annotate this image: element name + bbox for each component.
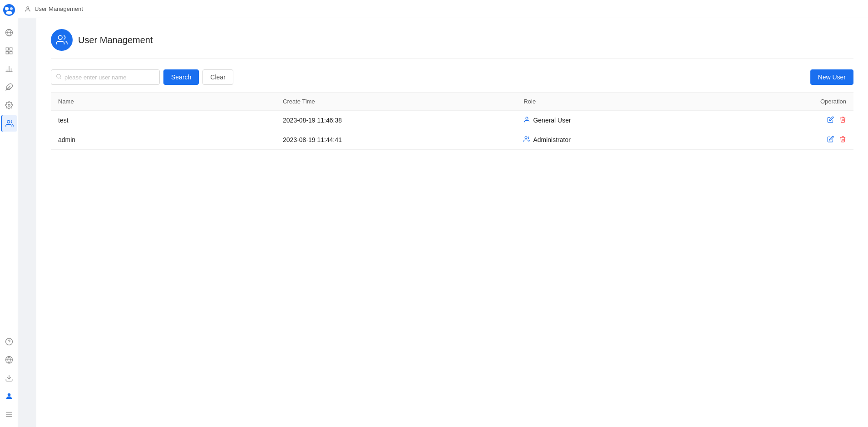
table-row: test 2023-08-19 11:46:38 General User bbox=[51, 111, 853, 130]
svg-point-3 bbox=[6, 11, 12, 15]
svg-point-30 bbox=[57, 74, 61, 79]
svg-rect-7 bbox=[6, 48, 8, 50]
svg-point-18 bbox=[7, 120, 10, 123]
cell-operation bbox=[773, 130, 853, 150]
sidebar-item-users[interactable] bbox=[1, 115, 17, 132]
edit-button[interactable] bbox=[827, 136, 834, 144]
svg-point-33 bbox=[525, 137, 528, 139]
topbar: User Management bbox=[18, 0, 868, 18]
col-header-role: Role bbox=[516, 93, 773, 111]
sidebar-item-globe[interactable] bbox=[1, 25, 17, 41]
edit-button[interactable] bbox=[827, 116, 834, 124]
search-icon bbox=[56, 74, 62, 81]
page-title: User Management bbox=[78, 35, 153, 45]
table-header-row: Name Create Time Role Operation bbox=[51, 93, 853, 111]
users-table: Name Create Time Role Operation test 202… bbox=[51, 92, 853, 150]
table: Name Create Time Role Operation test 202… bbox=[51, 92, 853, 150]
svg-point-28 bbox=[27, 6, 29, 9]
admin-icon bbox=[523, 136, 530, 142]
svg-point-32 bbox=[526, 117, 528, 119]
sidebar bbox=[0, 0, 18, 427]
col-header-create-time: Create Time bbox=[276, 93, 516, 111]
sidebar-item-chart[interactable] bbox=[1, 61, 17, 77]
delete-button[interactable] bbox=[839, 116, 846, 124]
sidebar-item-settings[interactable] bbox=[1, 97, 17, 113]
breadcrumb-text: User Management bbox=[35, 5, 83, 12]
search-button[interactable]: Search bbox=[163, 69, 199, 85]
page-header: User Management bbox=[51, 29, 853, 59]
svg-point-1 bbox=[5, 7, 9, 10]
cell-name: admin bbox=[51, 130, 276, 150]
svg-point-24 bbox=[8, 393, 10, 396]
sidebar-item-help[interactable] bbox=[1, 334, 17, 350]
users-icon bbox=[56, 34, 68, 46]
svg-point-19 bbox=[5, 339, 12, 345]
clear-button[interactable]: Clear bbox=[202, 69, 233, 85]
svg-point-17 bbox=[8, 104, 10, 107]
breadcrumb-user-icon bbox=[25, 6, 32, 12]
sidebar-item-grid[interactable] bbox=[1, 43, 17, 59]
sidebar-item-account[interactable] bbox=[1, 388, 17, 404]
svg-rect-10 bbox=[10, 52, 12, 54]
search-input[interactable] bbox=[64, 74, 155, 81]
search-input-wrapper[interactable] bbox=[51, 69, 160, 85]
sidebar-item-download[interactable] bbox=[1, 370, 17, 386]
col-header-operation: Operation bbox=[773, 93, 853, 111]
cell-role: General User bbox=[516, 111, 773, 130]
cell-operation bbox=[773, 111, 853, 130]
cell-name: test bbox=[51, 111, 276, 130]
cell-create-time: 2023-08-19 11:44:41 bbox=[276, 130, 516, 150]
breadcrumb: User Management bbox=[25, 5, 83, 12]
delete-button[interactable] bbox=[839, 136, 846, 144]
svg-point-2 bbox=[10, 7, 13, 10]
app-logo[interactable] bbox=[3, 4, 15, 16]
cell-create-time: 2023-08-19 11:46:38 bbox=[276, 111, 516, 130]
col-header-name: Name bbox=[51, 93, 276, 111]
person-icon bbox=[523, 116, 530, 123]
new-user-button[interactable]: New User bbox=[810, 69, 853, 85]
page-header-icon bbox=[51, 29, 73, 51]
main-content: User Management Search Clear New User Na… bbox=[36, 18, 868, 427]
svg-line-31 bbox=[60, 78, 61, 79]
role-icon bbox=[523, 116, 530, 124]
role-label: Administrator bbox=[533, 136, 570, 143]
sidebar-item-plugin[interactable] bbox=[1, 79, 17, 95]
role-icon bbox=[523, 136, 530, 144]
svg-rect-9 bbox=[6, 52, 8, 54]
toolbar: Search Clear New User bbox=[51, 69, 853, 85]
sidebar-item-language[interactable] bbox=[1, 352, 17, 368]
svg-rect-8 bbox=[10, 48, 12, 50]
role-label: General User bbox=[533, 117, 571, 124]
table-row: admin 2023-08-19 11:44:41 Administrator bbox=[51, 130, 853, 150]
svg-point-29 bbox=[58, 35, 62, 39]
cell-role: Administrator bbox=[516, 130, 773, 150]
sidebar-item-menu[interactable] bbox=[1, 406, 17, 422]
